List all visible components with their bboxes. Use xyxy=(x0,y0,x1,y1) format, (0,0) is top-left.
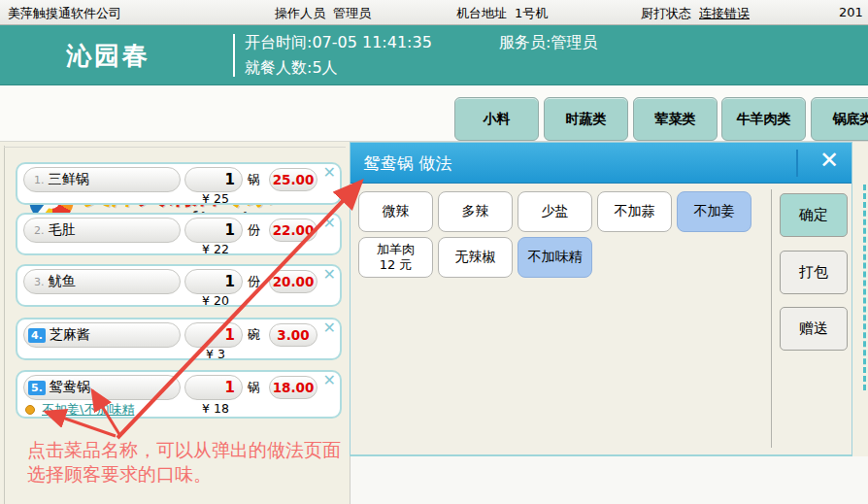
confirm-button[interactable]: 确定 xyxy=(780,193,848,237)
item-unit: 碗 xyxy=(248,326,260,344)
item-name-button[interactable]: 1.三鲜锅 xyxy=(23,167,181,192)
content-area-below-popup xyxy=(350,456,868,504)
item-unit: 份 xyxy=(248,221,260,239)
order-item-row: 2.毛肚 1 份 22.00 ✕ ¥ 22 xyxy=(16,213,342,255)
item-name-button[interactable]: 2.毛肚 xyxy=(23,218,181,243)
popup-title: 鸳鸯锅 做法 xyxy=(364,152,451,175)
popup-vertical-divider xyxy=(771,189,772,448)
option-bujiasuan[interactable]: 不加蒜 xyxy=(597,191,672,232)
item-name-button[interactable]: 5.鸳鸯锅 xyxy=(23,375,181,400)
option-label: 不加姜 xyxy=(694,203,735,220)
company-name: 美萍触摸通软件公司 xyxy=(8,5,121,22)
item-index: 3. xyxy=(34,276,45,288)
item-index: 2. xyxy=(34,224,45,237)
operator-status: 操作人员管理员 xyxy=(275,5,371,22)
option-duola[interactable]: 多辣 xyxy=(438,191,513,232)
tab-shishu[interactable]: 时蔬类 xyxy=(544,97,628,141)
item-delete-icon[interactable]: ✕ xyxy=(323,214,336,232)
option-bujiajiang[interactable]: 不加姜 xyxy=(677,191,751,232)
confirm-label: 确定 xyxy=(799,206,828,224)
item-delete-icon[interactable]: ✕ xyxy=(323,163,336,182)
item-qty-button[interactable]: 1 xyxy=(184,269,243,294)
order-item-row: 5.鸳鸯锅 1 锅 18.00 ✕ ¥ 18 不加姜\不加味精 xyxy=(16,370,342,419)
table-name: 沁园春 xyxy=(66,39,150,73)
item-price-button[interactable]: 3.00 xyxy=(269,323,317,347)
operator-label: 操作人员 xyxy=(275,6,325,20)
order-item-row: 1.三鲜锅 1 锅 25.00 ✕ ¥ 25 xyxy=(16,162,342,205)
table-bar-divider xyxy=(233,34,235,77)
item-index: 1. xyxy=(34,174,45,186)
popup-header-divider xyxy=(796,150,798,177)
item-name: 三鲜锅 xyxy=(49,171,89,188)
tab-xiaoliao[interactable]: 小料 xyxy=(454,97,539,141)
annotation-line2: 选择顾客要求的口味。 xyxy=(27,462,212,487)
option-weila[interactable]: 微辣 xyxy=(358,191,433,232)
note-text: 不加姜\不加味精 xyxy=(42,401,134,419)
item-delete-icon[interactable]: ✕ xyxy=(323,371,336,389)
item-subtotal: ¥ 25 xyxy=(188,191,243,206)
item-qty-button[interactable]: 1 xyxy=(184,167,243,192)
item-name: 鱿鱼 xyxy=(49,273,76,290)
waiter: 服务员:管理员 xyxy=(499,33,597,53)
item-price: 22.00 xyxy=(273,222,315,238)
option-jiayangrou[interactable]: 加羊肉12 元 xyxy=(358,237,433,278)
option-wulajiao[interactable]: 无辣椒 xyxy=(438,237,513,278)
order-item-row: 4.芝麻酱 1 碗 3.00 ✕ ¥ 3 xyxy=(16,318,342,360)
item-delete-icon[interactable]: ✕ xyxy=(323,265,336,284)
item-index-badge: 4. xyxy=(28,328,46,343)
item-qty: 1 xyxy=(225,273,235,290)
item-qty: 1 xyxy=(225,326,235,344)
item-name-button[interactable]: 4.芝麻酱 xyxy=(23,322,181,348)
item-qty-button[interactable]: 1 xyxy=(184,375,243,400)
clock-text: 201 xyxy=(839,5,863,19)
cooking-method-popup: 鸳鸯锅 做法 ✕ 微辣 多辣 少盐 不加蒜 不加姜 加羊肉12 元 无辣椒 不加… xyxy=(350,142,852,456)
operator-value: 管理员 xyxy=(333,6,371,20)
takeout-label: 打包 xyxy=(799,263,828,282)
tab-huncai[interactable]: 荤菜类 xyxy=(633,97,718,141)
close-icon[interactable]: ✕ xyxy=(819,147,839,174)
item-unit: 份 xyxy=(248,273,260,290)
option-label: 不加味精 xyxy=(528,249,583,266)
takeout-button[interactable]: 打包 xyxy=(780,251,848,294)
item-price-button[interactable]: 22.00 xyxy=(269,218,317,242)
item-name: 毛肚 xyxy=(49,221,76,239)
option-label: 微辣 xyxy=(383,203,410,220)
guest-count: 就餐人数:5人 xyxy=(245,58,338,79)
item-price: 18.00 xyxy=(273,380,315,395)
item-qty: 1 xyxy=(225,171,235,188)
item-qty: 1 xyxy=(225,221,235,239)
status-bar: 美萍触摸通软件公司 操作人员管理员 机台地址1号机 厨打状态连接错误 201 xyxy=(0,0,868,25)
tab-guodi[interactable]: 锅底类 xyxy=(811,97,868,141)
option-bujiaweijing[interactable]: 不加味精 xyxy=(517,237,592,278)
item-price-button[interactable]: 20.00 xyxy=(269,270,317,293)
item-unit: 锅 xyxy=(248,171,260,188)
item-price: 3.00 xyxy=(277,327,309,343)
item-subtotal: ¥ 20 xyxy=(188,293,243,308)
item-name: 鸳鸯锅 xyxy=(50,379,90,396)
order-item-row: 3.鱿鱼 1 份 20.00 ✕ ¥ 20 xyxy=(16,264,342,307)
item-price-button[interactable]: 25.00 xyxy=(269,168,317,191)
item-name-button[interactable]: 3.鱿鱼 xyxy=(23,269,181,294)
terminal-value: 1号机 xyxy=(515,6,548,20)
kitchen-print-status: 厨打状态连接错误 xyxy=(641,5,750,22)
panel-left-border xyxy=(4,146,5,504)
popup-header: 鸳鸯锅 做法 ✕ xyxy=(351,143,851,184)
item-qty-button[interactable]: 1 xyxy=(184,322,243,348)
kitchen-status-link[interactable]: 连接错误 xyxy=(699,6,750,20)
annotation-line1: 点击菜品名称，可以从弹出的做法页面 xyxy=(27,438,341,463)
item-qty-button[interactable]: 1 xyxy=(184,218,243,243)
item-subtotal: ¥ 3 xyxy=(188,347,243,361)
gift-label: 赠送 xyxy=(799,319,828,338)
open-time: 开台时间:07-05 11:41:35 xyxy=(245,33,432,53)
panel-top-border xyxy=(4,147,346,148)
item-delete-icon[interactable]: ✕ xyxy=(323,319,336,337)
option-label: 无辣椒 xyxy=(455,249,496,266)
gift-button[interactable]: 赠送 xyxy=(780,307,848,351)
item-price: 25.00 xyxy=(273,172,315,187)
option-shaoyan[interactable]: 少盐 xyxy=(517,191,592,232)
option-label: 少盐 xyxy=(542,203,569,220)
option-sublabel: 12 元 xyxy=(380,257,413,273)
item-price-button[interactable]: 18.00 xyxy=(269,376,317,399)
option-label: 不加蒜 xyxy=(615,203,655,220)
tab-niuyangrou[interactable]: 牛羊肉类 xyxy=(721,97,806,141)
